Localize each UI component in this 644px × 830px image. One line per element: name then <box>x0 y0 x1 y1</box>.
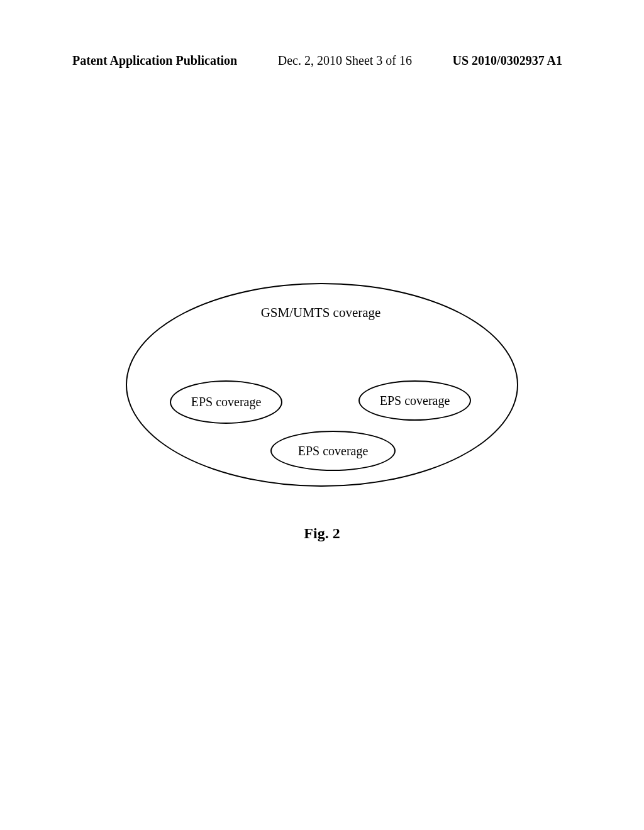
header-publication: Patent Application Publication <box>72 53 237 68</box>
header-patent-number: US 2010/0302937 A1 <box>453 53 562 68</box>
eps-label-3: EPS coverage <box>298 444 369 458</box>
eps-label-2: EPS coverage <box>380 394 450 408</box>
eps-label-1: EPS coverage <box>191 395 262 409</box>
coverage-diagram: GSM/UMTS coverage EPS coverage EPS cover… <box>126 277 516 497</box>
header-sheet-info: Dec. 2, 2010 Sheet 3 of 16 <box>278 53 412 68</box>
figure-number: Fig. 2 <box>304 525 340 542</box>
eps-coverage-ellipse-3: EPS coverage <box>270 431 396 471</box>
eps-coverage-ellipse-2: EPS coverage <box>358 380 471 421</box>
gsm-umts-label: GSM/UMTS coverage <box>261 305 381 321</box>
page-header: Patent Application Publication Dec. 2, 2… <box>0 53 644 68</box>
eps-coverage-ellipse-1: EPS coverage <box>170 380 282 424</box>
